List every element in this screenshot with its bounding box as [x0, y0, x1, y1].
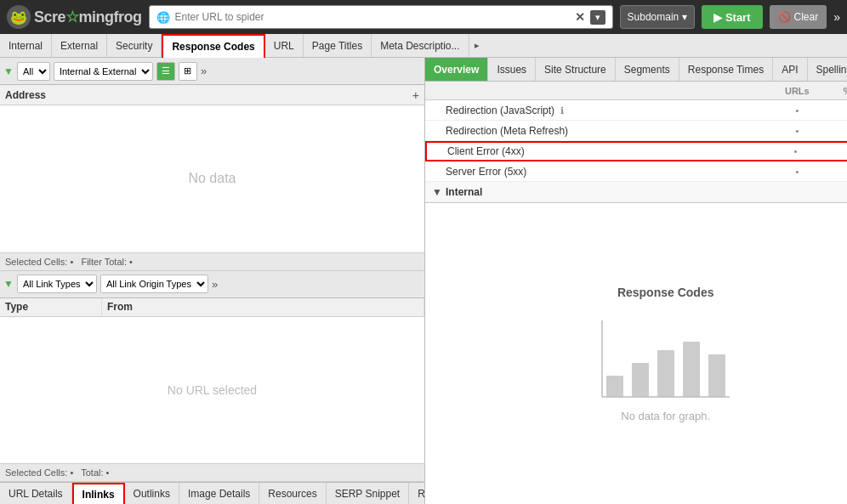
type-col-header: Type: [0, 298, 102, 316]
right-tab-site-structure[interactable]: Site Structure: [536, 58, 616, 81]
tab-page-titles[interactable]: Page Titles: [304, 34, 372, 57]
expand-panel-button[interactable]: »: [201, 65, 207, 77]
urls-col-header: URLs: [763, 86, 831, 96]
bottom-tab-inlinks[interactable]: Inlinks: [72, 483, 125, 504]
url-input[interactable]: [175, 11, 570, 23]
overview-section-internal[interactable]: ▼ Internal: [425, 182, 847, 202]
header-more-button[interactable]: »: [833, 10, 840, 24]
logo-text: Scre☆mingfrog: [34, 8, 142, 26]
tab-response-codes[interactable]: Response Codes: [162, 34, 264, 58]
subdomain-label: Subdomain: [628, 11, 679, 23]
bottom-tab-bar: URL Details Inlinks Outlinks Image Detai…: [0, 482, 424, 504]
clear-button[interactable]: 🚫 Clear: [770, 5, 827, 29]
overview-row-server-error[interactable]: Server Error (5xx) • -%: [425, 161, 847, 182]
link-filter-bar: ▼ All Link Types All Link Origin Types »: [0, 271, 424, 298]
url-input-bar[interactable]: 🌐 ✕ ▾: [149, 5, 613, 29]
app-header: 🐸 Scre☆mingfrog 🌐 ✕ ▾ Subdomain ▾ ▶ Star…: [0, 0, 847, 34]
list-view-button[interactable]: ☰: [156, 62, 175, 81]
right-tab-overview[interactable]: Overview: [425, 58, 488, 81]
bottom-tab-image-details[interactable]: Image Details: [179, 483, 259, 504]
chart-svg: [598, 316, 734, 401]
link-origin-types-select[interactable]: All Link Origin Types: [100, 275, 208, 293]
subdomain-chevron-icon: ▾: [682, 11, 687, 23]
no-url-message: No URL selected: [0, 317, 424, 464]
info-icon[interactable]: ℹ: [560, 105, 564, 116]
pct-col-header: % of Total: [831, 86, 847, 96]
expand-link-panel-button[interactable]: »: [212, 278, 218, 291]
selected-cells-bar: Selected Cells: • Filter Total: •: [0, 252, 424, 271]
overview-table: URLs % of Total Redirection (JavaScript)…: [425, 82, 847, 203]
link-types-select[interactable]: All Link Types: [17, 275, 97, 293]
link-filter-icon: ▼: [3, 278, 14, 290]
tab-security[interactable]: Security: [107, 34, 162, 57]
filter-icon: ▼: [3, 65, 14, 77]
svg-rect-0: [606, 376, 623, 397]
svg-rect-1: [632, 363, 649, 397]
right-tab-spelling[interactable]: Spelling & G...: [808, 58, 847, 81]
tab-external[interactable]: External: [52, 34, 107, 57]
tree-view-button[interactable]: ⊞: [179, 62, 197, 81]
address-column-header: Address +: [0, 85, 424, 105]
address-label: Address: [5, 89, 46, 101]
chart-container: No data for graph.: [598, 316, 734, 422]
filter-internal-external-select[interactable]: Internal & External: [54, 62, 153, 81]
link-table-header: Type From: [0, 298, 424, 317]
from-col-header: From: [102, 298, 424, 316]
overview-row-redirect-js[interactable]: Redirection (JavaScript) ℹ • -%: [425, 100, 847, 121]
overview-row-client-error[interactable]: Client Error (4xx) • -%: [425, 141, 847, 161]
globe-icon: 🌐: [156, 11, 170, 24]
clear-icon: 🚫: [778, 11, 791, 23]
right-tab-api[interactable]: API: [773, 58, 807, 81]
bottom-tab-url-details[interactable]: URL Details: [0, 483, 72, 504]
chart-no-data-label: No data for graph.: [621, 410, 710, 422]
tab-meta-desc[interactable]: Meta Descriptio...: [372, 34, 469, 57]
right-tab-response-times[interactable]: Response Times: [679, 58, 773, 81]
add-column-button[interactable]: +: [412, 88, 419, 102]
bottom-tab-serp-snippet[interactable]: SERP Snippet: [327, 483, 410, 504]
no-data-message: No data: [0, 105, 424, 252]
filter-all-select[interactable]: All: [17, 62, 50, 81]
right-tab-segments[interactable]: Segments: [616, 58, 679, 81]
svg-rect-2: [657, 350, 674, 397]
main-area: ▼ All Internal & External ☰ ⊞ » Address …: [0, 58, 847, 504]
bottom-selected-cells-bar: Selected Cells: • Total: •: [0, 463, 424, 482]
chart-area: Response Codes No data for graph.: [425, 203, 847, 504]
url-dropdown-button[interactable]: ▾: [590, 10, 605, 25]
svg-rect-4: [708, 354, 725, 397]
start-button[interactable]: ▶ Start: [702, 5, 762, 29]
left-filter-bar: ▼ All Internal & External ☰ ⊞ »: [0, 58, 424, 85]
svg-rect-3: [683, 342, 700, 397]
right-tab-bar: Overview Issues Site Structure Segments …: [425, 58, 847, 82]
right-tab-issues[interactable]: Issues: [488, 58, 536, 81]
overview-table-header: URLs % of Total: [425, 82, 847, 100]
main-tab-bar: Internal External Security Response Code…: [0, 34, 847, 58]
chart-title: Response Codes: [617, 286, 714, 299]
tab-url[interactable]: URL: [265, 34, 304, 57]
bottom-tab-resources[interactable]: Resources: [259, 483, 326, 504]
logo-frog-icon: 🐸: [7, 5, 31, 29]
overview-row-redirect-meta[interactable]: Redirection (Meta Refresh) • -%: [425, 121, 847, 141]
app-logo: 🐸 Scre☆mingfrog: [7, 5, 142, 29]
subdomain-selector[interactable]: Subdomain ▾: [620, 5, 696, 29]
tab-internal[interactable]: Internal: [0, 34, 52, 57]
bottom-tab-outlinks[interactable]: Outlinks: [125, 483, 179, 504]
right-panel: Overview Issues Site Structure Segments …: [425, 58, 847, 504]
tab-more-button[interactable]: ▸: [469, 34, 485, 57]
left-panel: ▼ All Internal & External ☰ ⊞ » Address …: [0, 58, 425, 504]
url-clear-button[interactable]: ✕: [575, 10, 585, 24]
